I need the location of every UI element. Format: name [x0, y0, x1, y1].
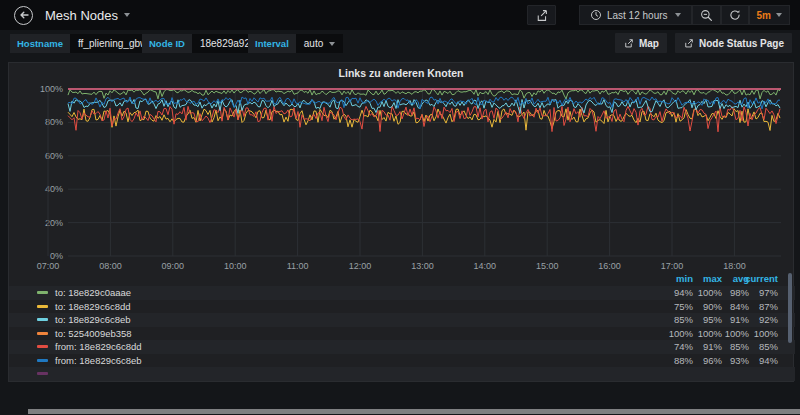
- refresh-icon: [729, 9, 741, 21]
- legend-value-current: 94%: [734, 355, 778, 366]
- links-panel: Links zu anderen Knoten 0%20%40%60%80%10…: [8, 62, 794, 382]
- legend-series-swatch[interactable]: [37, 332, 48, 335]
- variable-nodeid-label: Node ID: [142, 34, 192, 53]
- legend-value-current: 85%: [734, 341, 778, 352]
- external-link-icon: [623, 38, 634, 49]
- legend-header: minmaxavgcurrent: [9, 273, 795, 286]
- horizontal-scrollbar[interactable]: [28, 409, 800, 414]
- external-link-icon: [683, 38, 694, 49]
- share-button[interactable]: [527, 5, 556, 25]
- x-axis-label: 07:00: [37, 261, 60, 271]
- dashboard-title-dropdown[interactable]: Mesh Nodes: [45, 8, 130, 23]
- legend-series-swatch[interactable]: [37, 318, 48, 321]
- legend-row: [9, 367, 795, 381]
- arrow-left-icon: [18, 9, 30, 21]
- legend-value-current: 92%: [734, 314, 778, 325]
- variable-interval-value-text: auto: [304, 38, 323, 49]
- top-navbar: Mesh Nodes Last 12 hours: [0, 0, 800, 30]
- zoom-out-icon: [700, 9, 713, 22]
- y-axis-label: 100%: [40, 84, 63, 94]
- legend-series-swatch[interactable]: [37, 291, 48, 294]
- dashboard-links: Map Node Status Page: [615, 33, 792, 53]
- map-link-label: Map: [639, 38, 659, 49]
- x-axis-label: 17:00: [661, 261, 684, 271]
- variable-hostname-label: Hostname: [10, 34, 70, 53]
- legend-series-swatch[interactable]: [37, 345, 48, 348]
- legend-row: to: 18e829c6c8dd75%90%84%87%: [9, 300, 795, 314]
- x-axis-label: 15:00: [536, 261, 559, 271]
- submenu-bar: Hostname ff_pliening_gbw_egod Node ID 18…: [0, 30, 800, 60]
- back-button[interactable]: [14, 6, 33, 25]
- legend-value-current: 100%: [734, 328, 778, 339]
- legend-column-current[interactable]: current: [734, 273, 778, 284]
- legend-row: to: 5254009eb358100%100%100%100%: [9, 327, 795, 341]
- variable-interval-value[interactable]: auto: [296, 34, 343, 53]
- node-status-page-link[interactable]: Node Status Page: [675, 33, 792, 53]
- chevron-down-icon: [776, 13, 782, 17]
- x-axis-label: 18:00: [723, 261, 746, 271]
- legend-series-name[interactable]: to: 5254009eb358: [55, 328, 132, 339]
- legend-series-swatch[interactable]: [37, 359, 48, 362]
- x-axis-label: 09:00: [162, 261, 185, 271]
- node-status-page-link-label: Node Status Page: [699, 38, 784, 49]
- legend-row: to: 18e829c6c8eb85%95%91%92%: [9, 313, 795, 327]
- legend-series-name[interactable]: to: 18e829c6c8eb: [55, 314, 131, 325]
- series-line: [68, 106, 780, 132]
- variable-interval: Interval auto: [248, 34, 343, 53]
- x-axis-label: 14:00: [474, 261, 497, 271]
- map-link[interactable]: Map: [615, 33, 667, 53]
- clock-icon: [590, 9, 602, 21]
- legend-series-name[interactable]: to: 18e829c0aaae: [55, 287, 131, 298]
- series-line: [68, 90, 780, 99]
- x-axis-label: 13:00: [411, 261, 434, 271]
- legend-row: to: 18e829c0aaae94%100%98%97%: [9, 286, 795, 300]
- dashboard-title: Mesh Nodes: [45, 8, 118, 23]
- legend-series-name[interactable]: to: 18e829c6c8dd: [55, 301, 131, 312]
- navbar-actions: Last 12 hours 5m: [527, 5, 790, 25]
- x-axis-label: 11:00: [287, 261, 309, 271]
- y-axis-label: 0%: [50, 251, 63, 261]
- x-axis-label: 10:00: [224, 261, 247, 271]
- legend-series-swatch[interactable]: [37, 305, 48, 308]
- legend-row: from: 18e829c6c8eb88%96%93%94%: [9, 354, 795, 368]
- grafana-dashboard: Mesh Nodes Last 12 hours: [0, 0, 800, 415]
- zoom-out-button[interactable]: [692, 5, 721, 25]
- time-series-chart[interactable]: 0%20%40%60%80%100%07:0008:0009:0010:0011…: [9, 63, 795, 271]
- x-axis-label: 16:00: [598, 261, 621, 271]
- share-icon: [535, 9, 548, 22]
- x-axis-label: 08:00: [99, 261, 122, 271]
- refresh-button[interactable]: [721, 5, 749, 25]
- chevron-down-icon: [124, 13, 130, 17]
- legend-row: from: 18e829c6c8dd74%91%85%85%: [9, 340, 795, 354]
- legend-value-current: 97%: [734, 287, 778, 298]
- time-controls: Last 12 hours 5m: [579, 5, 790, 25]
- chevron-down-icon: [329, 42, 335, 46]
- legend-value-current: 87%: [734, 301, 778, 312]
- legend-scrollbar[interactable]: [788, 273, 792, 343]
- time-range-picker[interactable]: Last 12 hours: [579, 5, 692, 25]
- legend-series-name[interactable]: from: 18e829c6c8eb: [55, 355, 142, 366]
- chevron-down-icon: [675, 13, 681, 17]
- legend-series-swatch[interactable]: [37, 372, 48, 375]
- time-range-label: Last 12 hours: [607, 10, 668, 21]
- variable-interval-label: Interval: [248, 34, 296, 53]
- x-axis-label: 12:00: [349, 261, 372, 271]
- refresh-interval-label: 5m: [757, 10, 771, 21]
- refresh-interval-dropdown[interactable]: 5m: [749, 5, 790, 25]
- legend-series-name[interactable]: from: 18e829c6c8dd: [55, 341, 142, 352]
- legend-table: minmaxavgcurrentto: 18e829c0aaae94%100%9…: [9, 273, 795, 382]
